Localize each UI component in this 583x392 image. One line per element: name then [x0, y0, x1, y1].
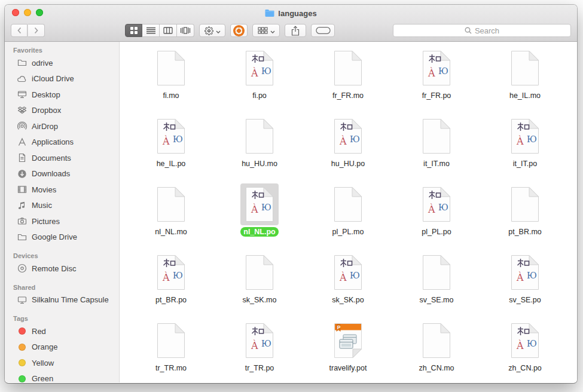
pictures-icon [17, 216, 27, 226]
file-browser-content[interactable]: fi.mo À Юfi.pofr_FR.mo À Юfr_FR.pohe_IL.… [120, 42, 577, 382]
action-menu-button[interactable] [199, 24, 225, 37]
po-file-icon: À Ю [334, 255, 362, 290]
list-view-button[interactable] [142, 24, 160, 37]
file-icon: À Ю [240, 47, 279, 89]
folder-icon [17, 232, 27, 242]
mo-file-icon [334, 50, 362, 86]
file-hu_HU.mo[interactable]: hu_HU.mo [215, 113, 304, 181]
file-it_IT.mo[interactable]: it_IT.mo [392, 113, 481, 181]
file-name-label: hu_HU.po [328, 159, 368, 169]
file-sk_SK.mo[interactable]: sk_SK.mo [215, 249, 304, 317]
svg-text:Ю: Ю [350, 271, 360, 280]
file-pl_PL.po[interactable]: À Юpl_PL.po [392, 181, 481, 249]
po-file-icon: À Ю [422, 186, 451, 222]
sidebar-item-dropbox[interactable]: Dropbox [5, 103, 119, 119]
file-hu_HU.po[interactable]: À Юhu_HU.po [304, 113, 392, 181]
sidebar-item-documents[interactable]: Documents [5, 150, 119, 166]
sidebar-item-google-drive[interactable]: Google Drive [5, 229, 119, 246]
file-he_IL.po[interactable]: À Юhe_IL.po [127, 113, 215, 181]
sidebar-item-desktop[interactable]: Desktop [5, 87, 119, 103]
sidebar-item-downloads[interactable]: Downloads [5, 166, 119, 182]
svg-text:Ю: Ю [350, 134, 360, 144]
file-sv_SE.po[interactable]: À Юsv_SE.po [481, 249, 569, 317]
svg-text:Ю: Ю [173, 134, 183, 144]
file-name-label: fi.mo [160, 91, 182, 100]
sidebar-item-yellow[interactable]: Yellow [5, 355, 119, 371]
mo-file-icon [511, 186, 539, 222]
file-name-label: he_IL.po [154, 159, 189, 169]
search-input[interactable]: Search [393, 24, 571, 37]
tag-color-dot [19, 359, 26, 366]
titlebar[interactable]: languages [5, 5, 577, 20]
svg-text:Ю: Ю [527, 339, 537, 348]
file-zh_CN.mo[interactable]: zh_CN.mo [392, 317, 481, 382]
sidebar-item-label: Pictures [32, 217, 60, 226]
tags-button[interactable] [311, 24, 335, 37]
sidebar-item-label: Documents [32, 154, 71, 163]
share-button[interactable] [285, 24, 306, 37]
file-fi.mo[interactable]: fi.mo [127, 45, 215, 113]
file-icon: À Ю [240, 320, 279, 362]
share-icon [291, 26, 300, 36]
file-he_IL.mo[interactable]: he_IL.mo [481, 45, 569, 113]
file-sv_SE.mo[interactable]: sv_SE.mo [392, 249, 481, 317]
file-pt_BR.po[interactable]: À Юpt_BR.po [127, 249, 215, 317]
arrange-icon [258, 27, 268, 34]
file-travelify.pot[interactable]: P travelify.pot [304, 317, 392, 382]
file-fr_FR.mo[interactable]: fr_FR.mo [304, 45, 392, 113]
sidebar-item-music[interactable]: Music [5, 198, 119, 214]
file-icon [329, 47, 367, 89]
sidebar-item-label: iCloud Drive [32, 74, 74, 83]
close-button[interactable] [12, 9, 19, 16]
window-header: languages [5, 5, 577, 42]
disc-icon [17, 264, 27, 274]
icon-view-button[interactable] [125, 24, 142, 37]
forward-button[interactable] [28, 24, 45, 37]
minimize-button[interactable] [24, 9, 31, 16]
mo-file-icon [157, 50, 185, 86]
file-nl_NL.po[interactable]: À Юnl_NL.po [215, 181, 304, 249]
sidebar-item-orange[interactable]: Orange [5, 339, 119, 356]
sidebar-item-label: Orange [32, 342, 57, 351]
sidebar-item-remote-disc[interactable]: Remote Disc [5, 261, 119, 277]
file-fr_FR.po[interactable]: À Юfr_FR.po [392, 45, 481, 113]
column-view-button[interactable] [160, 24, 177, 37]
back-button[interactable] [11, 24, 28, 37]
file-pl_PL.mo[interactable]: pl_PL.mo [304, 181, 392, 249]
file-sk_SK.po[interactable]: À Юsk_SK.po [304, 249, 392, 317]
sidebar-item-movies[interactable]: Movies [5, 182, 119, 198]
sidebar-item-pictures[interactable]: Pictures [5, 213, 119, 229]
arrange-menu-button[interactable] [252, 24, 280, 37]
file-tr_TR.po[interactable]: À Юtr_TR.po [215, 317, 304, 382]
file-nl_NL.mo[interactable]: nl_NL.mo [127, 181, 215, 249]
file-pt_BR.mo[interactable]: pt_BR.mo [481, 181, 569, 249]
odrive-toolbar-button[interactable] [230, 24, 248, 37]
sidebar-item-label: Silkalnu Time Capsule [32, 295, 109, 304]
sidebar-item-airdrop[interactable]: AirDrop [5, 118, 119, 134]
coverflow-view-button[interactable] [177, 24, 194, 37]
svg-text:À: À [251, 203, 258, 215]
po-file-icon: À Ю [157, 118, 185, 154]
sidebar-item-icloud-drive[interactable]: iCloud Drive [5, 71, 119, 87]
file-it_IT.po[interactable]: À Юit_IT.po [481, 113, 569, 181]
file-zh_CN.po[interactable]: À Юzh_CN.po [481, 317, 569, 382]
file-icon: À Ю [240, 183, 279, 225]
file-tr_TR.mo[interactable]: tr_TR.mo [127, 317, 215, 382]
search-icon [465, 27, 472, 34]
sidebar-item-applications[interactable]: Applications [5, 134, 119, 151]
mo-file-icon [245, 255, 274, 290]
sidebar: FavoritesodriveiCloud DriveDesktopDropbo… [5, 42, 120, 382]
svg-text:Ю: Ю [173, 271, 183, 280]
sidebar-item-green[interactable]: Green [5, 371, 119, 383]
file-fi.po[interactable]: À Юfi.po [215, 45, 304, 113]
file-icon: À Ю [329, 115, 367, 157]
mo-file-icon [334, 186, 362, 222]
svg-text:À: À [339, 271, 347, 283]
gear-icon [204, 26, 213, 35]
desktop-icon [17, 90, 27, 100]
svg-text:À: À [162, 135, 170, 147]
sidebar-item-silkalnu-time-capsule[interactable]: Silkalnu Time Capsule [5, 292, 119, 308]
zoom-button[interactable] [36, 9, 43, 16]
sidebar-item-red[interactable]: Red [5, 323, 119, 339]
sidebar-item-odrive[interactable]: odrive [5, 55, 119, 71]
